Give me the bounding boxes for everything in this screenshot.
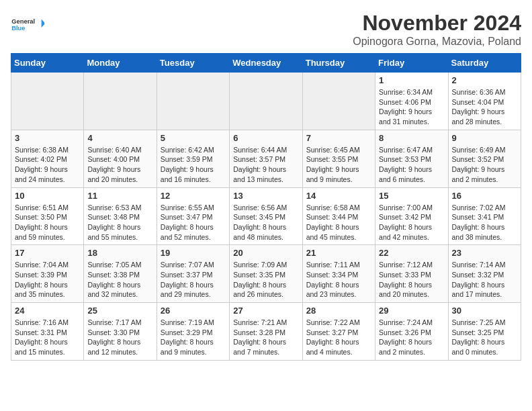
weekday-header: Thursday	[302, 54, 375, 73]
day-info: Sunrise: 7:05 AM Sunset: 3:38 PM Dayligh…	[87, 260, 152, 300]
calendar-cell	[84, 73, 157, 130]
day-info: Sunrise: 7:16 AM Sunset: 3:31 PM Dayligh…	[15, 318, 80, 357]
calendar-cell: 28Sunrise: 7:22 AM Sunset: 3:27 PM Dayli…	[302, 303, 375, 361]
day-info: Sunrise: 7:00 AM Sunset: 3:42 PM Dayligh…	[379, 203, 444, 242]
calendar-cell: 15Sunrise: 7:00 AM Sunset: 3:42 PM Dayli…	[375, 187, 448, 245]
day-info: Sunrise: 6:44 AM Sunset: 3:57 PM Dayligh…	[233, 145, 298, 185]
day-info: Sunrise: 7:21 AM Sunset: 3:28 PM Dayligh…	[233, 318, 298, 357]
day-number: 13	[233, 191, 298, 201]
day-info: Sunrise: 6:36 AM Sunset: 4:04 PM Dayligh…	[452, 87, 517, 127]
calendar-week-row: 24Sunrise: 7:16 AM Sunset: 3:31 PM Dayli…	[11, 303, 521, 361]
day-number: 9	[452, 133, 517, 143]
day-number: 4	[87, 133, 152, 143]
calendar-cell: 25Sunrise: 7:17 AM Sunset: 3:30 PM Dayli…	[84, 303, 157, 361]
day-info: Sunrise: 6:45 AM Sunset: 3:55 PM Dayligh…	[306, 145, 371, 185]
calendar-cell: 24Sunrise: 7:16 AM Sunset: 3:31 PM Dayli…	[11, 303, 84, 361]
weekday-header: Tuesday	[157, 54, 229, 73]
day-info: Sunrise: 7:14 AM Sunset: 3:32 PM Dayligh…	[452, 260, 517, 300]
day-info: Sunrise: 6:55 AM Sunset: 3:47 PM Dayligh…	[161, 203, 226, 242]
calendar-cell: 14Sunrise: 6:58 AM Sunset: 3:44 PM Dayli…	[302, 187, 375, 245]
calendar-cell	[302, 73, 375, 130]
day-number: 8	[379, 133, 444, 143]
day-number: 28	[306, 306, 371, 316]
calendar-cell: 18Sunrise: 7:05 AM Sunset: 3:38 PM Dayli…	[84, 245, 157, 303]
calendar-cell: 4Sunrise: 6:40 AM Sunset: 4:00 PM Daylig…	[84, 130, 157, 187]
svg-text:General: General	[11, 18, 35, 25]
calendar-cell: 29Sunrise: 7:24 AM Sunset: 3:26 PM Dayli…	[375, 303, 448, 361]
day-number: 20	[233, 248, 298, 258]
weekday-header: Wednesday	[230, 54, 302, 73]
page-header: General Blue November 2024 Opinogora Gor…	[11, 11, 521, 48]
day-number: 15	[379, 191, 444, 201]
calendar-cell: 30Sunrise: 7:25 AM Sunset: 3:25 PM Dayli…	[448, 303, 521, 361]
day-number: 12	[161, 191, 226, 201]
svg-text:Blue: Blue	[11, 25, 25, 32]
weekday-header: Monday	[84, 54, 157, 73]
calendar-cell: 19Sunrise: 7:07 AM Sunset: 3:37 PM Dayli…	[157, 245, 229, 303]
calendar-cell: 22Sunrise: 7:12 AM Sunset: 3:33 PM Dayli…	[375, 245, 448, 303]
weekday-header: Saturday	[448, 54, 521, 73]
day-number: 21	[306, 248, 371, 258]
month-title: November 2024	[353, 11, 521, 36]
day-number: 27	[233, 306, 298, 316]
day-number: 10	[15, 191, 80, 201]
day-number: 16	[452, 191, 517, 201]
day-info: Sunrise: 6:53 AM Sunset: 3:48 PM Dayligh…	[87, 203, 152, 242]
calendar-cell: 1Sunrise: 6:34 AM Sunset: 4:06 PM Daylig…	[375, 73, 448, 130]
day-number: 1	[379, 75, 444, 85]
calendar-cell	[157, 73, 229, 130]
day-number: 22	[379, 248, 444, 258]
calendar-cell: 10Sunrise: 6:51 AM Sunset: 3:50 PM Dayli…	[11, 187, 84, 245]
day-info: Sunrise: 7:24 AM Sunset: 3:26 PM Dayligh…	[379, 318, 444, 357]
calendar-header-row: SundayMondayTuesdayWednesdayThursdayFrid…	[11, 54, 521, 73]
calendar-cell: 12Sunrise: 6:55 AM Sunset: 3:47 PM Dayli…	[157, 187, 229, 245]
day-number: 7	[306, 133, 371, 143]
day-info: Sunrise: 6:51 AM Sunset: 3:50 PM Dayligh…	[15, 203, 80, 242]
calendar-cell: 11Sunrise: 6:53 AM Sunset: 3:48 PM Dayli…	[84, 187, 157, 245]
calendar-cell: 7Sunrise: 6:45 AM Sunset: 3:55 PM Daylig…	[302, 130, 375, 187]
calendar-cell: 13Sunrise: 6:56 AM Sunset: 3:45 PM Dayli…	[230, 187, 302, 245]
calendar-cell: 27Sunrise: 7:21 AM Sunset: 3:28 PM Dayli…	[230, 303, 302, 361]
weekday-header: Friday	[375, 54, 448, 73]
calendar-week-row: 3Sunrise: 6:38 AM Sunset: 4:02 PM Daylig…	[11, 130, 521, 187]
location-title: Opinogora Gorna, Mazovia, Poland	[353, 36, 521, 48]
day-info: Sunrise: 6:34 AM Sunset: 4:06 PM Dayligh…	[379, 87, 444, 127]
day-info: Sunrise: 7:12 AM Sunset: 3:33 PM Dayligh…	[379, 260, 444, 300]
calendar-cell: 8Sunrise: 6:47 AM Sunset: 3:53 PM Daylig…	[375, 130, 448, 187]
day-info: Sunrise: 7:19 AM Sunset: 3:29 PM Dayligh…	[161, 318, 226, 357]
day-number: 23	[452, 248, 517, 258]
day-info: Sunrise: 7:17 AM Sunset: 3:30 PM Dayligh…	[87, 318, 152, 357]
calendar-cell: 5Sunrise: 6:42 AM Sunset: 3:59 PM Daylig…	[157, 130, 229, 187]
day-info: Sunrise: 7:02 AM Sunset: 3:41 PM Dayligh…	[452, 203, 517, 242]
calendar-cell	[11, 73, 84, 130]
day-number: 18	[87, 248, 152, 258]
day-info: Sunrise: 6:47 AM Sunset: 3:53 PM Dayligh…	[379, 145, 444, 185]
day-info: Sunrise: 7:11 AM Sunset: 3:34 PM Dayligh…	[306, 260, 371, 300]
day-info: Sunrise: 7:25 AM Sunset: 3:25 PM Dayligh…	[452, 318, 517, 357]
day-number: 29	[379, 306, 444, 316]
calendar-cell	[230, 73, 302, 130]
calendar-cell: 16Sunrise: 7:02 AM Sunset: 3:41 PM Dayli…	[448, 187, 521, 245]
calendar-cell: 3Sunrise: 6:38 AM Sunset: 4:02 PM Daylig…	[11, 130, 84, 187]
day-number: 11	[87, 191, 152, 201]
day-number: 19	[161, 248, 226, 258]
day-number: 24	[15, 306, 80, 316]
calendar-week-row: 10Sunrise: 6:51 AM Sunset: 3:50 PM Dayli…	[11, 187, 521, 245]
day-info: Sunrise: 6:42 AM Sunset: 3:59 PM Dayligh…	[161, 145, 226, 185]
svg-marker-2	[42, 19, 44, 28]
day-info: Sunrise: 7:22 AM Sunset: 3:27 PM Dayligh…	[306, 318, 371, 357]
calendar-cell: 9Sunrise: 6:49 AM Sunset: 3:52 PM Daylig…	[448, 130, 521, 187]
day-number: 26	[161, 306, 226, 316]
day-info: Sunrise: 6:58 AM Sunset: 3:44 PM Dayligh…	[306, 203, 371, 242]
calendar-cell: 2Sunrise: 6:36 AM Sunset: 4:04 PM Daylig…	[448, 73, 521, 130]
day-info: Sunrise: 6:40 AM Sunset: 4:00 PM Dayligh…	[87, 145, 152, 185]
logo-text-area: General Blue	[11, 11, 44, 40]
calendar-week-row: 17Sunrise: 7:04 AM Sunset: 3:39 PM Dayli…	[11, 245, 521, 303]
weekday-header: Sunday	[11, 54, 84, 73]
calendar-cell: 26Sunrise: 7:19 AM Sunset: 3:29 PM Dayli…	[157, 303, 229, 361]
day-number: 17	[15, 248, 80, 258]
day-number: 25	[87, 306, 152, 316]
calendar-cell: 6Sunrise: 6:44 AM Sunset: 3:57 PM Daylig…	[230, 130, 302, 187]
day-info: Sunrise: 6:38 AM Sunset: 4:02 PM Dayligh…	[15, 145, 80, 185]
day-info: Sunrise: 7:04 AM Sunset: 3:39 PM Dayligh…	[15, 260, 80, 300]
